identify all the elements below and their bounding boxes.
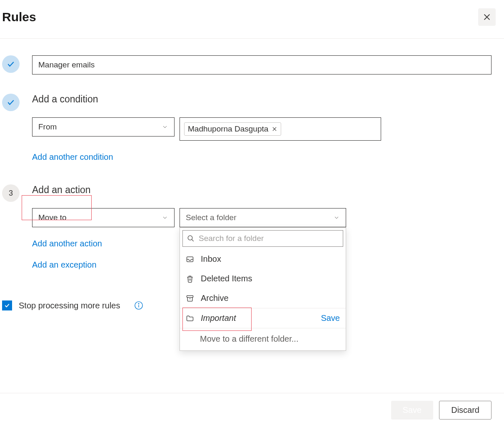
folder-select-dropdown[interactable]: Select a folder <box>180 208 346 227</box>
search-icon <box>187 235 195 242</box>
discard-button[interactable]: Discard <box>439 401 492 420</box>
close-icon <box>272 126 277 132</box>
archive-icon <box>186 294 194 303</box>
save-button[interactable]: Save <box>391 401 434 420</box>
check-icon <box>4 302 10 309</box>
step-action: 3 Add an action Move to Select a folder <box>2 184 492 273</box>
folder-icon <box>186 314 194 323</box>
rule-name-input[interactable] <box>32 55 492 74</box>
chevron-down-icon <box>333 214 340 221</box>
folder-option-important[interactable]: Important Save <box>180 308 346 328</box>
svg-point-11 <box>139 303 139 304</box>
chip-remove-button[interactable] <box>272 126 277 132</box>
step-rule-name <box>2 55 492 74</box>
dialog-footer: Save Discard <box>0 393 504 427</box>
action-type-value: Move to <box>38 213 67 222</box>
step3-badge: 3 <box>2 184 20 202</box>
inbox-icon <box>186 255 194 263</box>
folder-placeholder: Select a folder <box>186 213 236 222</box>
folder-label: Inbox <box>201 254 340 264</box>
trash-icon <box>186 275 194 283</box>
folder-option-deleted[interactable]: Deleted Items <box>180 269 346 288</box>
action-section-label: Add an action <box>32 184 492 196</box>
folder-search-box[interactable] <box>182 230 343 247</box>
folder-label: Deleted Items <box>201 274 340 283</box>
move-different-folder-link[interactable]: Move to a different folder... <box>180 328 346 350</box>
check-icon <box>7 98 15 107</box>
stop-processing-checkbox[interactable] <box>2 300 12 310</box>
step1-badge <box>2 55 20 73</box>
stop-processing-label: Stop processing more rules <box>19 301 120 310</box>
condition-value-field[interactable]: Madhuporna Dasgupta <box>180 117 381 141</box>
check-icon <box>7 60 15 68</box>
step-condition: Add a condition From Madhuporna Dasgupta <box>2 94 492 165</box>
close-button[interactable] <box>478 8 496 26</box>
chevron-down-icon <box>162 214 168 221</box>
add-another-condition-link[interactable]: Add another condition <box>32 152 492 162</box>
info-icon <box>134 301 143 310</box>
folder-option-archive[interactable]: Archive <box>180 288 346 308</box>
folder-search-input[interactable] <box>199 234 339 243</box>
svg-rect-7 <box>187 295 193 297</box>
save-folder-button[interactable]: Save <box>321 313 340 323</box>
condition-section-label: Add a condition <box>32 94 492 105</box>
condition-type-value: From <box>38 122 57 132</box>
svg-line-5 <box>192 239 194 241</box>
folder-dropdown-panel: Inbox Deleted Items <box>180 227 346 351</box>
condition-type-dropdown[interactable]: From <box>32 117 175 137</box>
chip-label: Madhuporna Dasgupta <box>188 124 268 134</box>
dialog-content: Add a condition From Madhuporna Dasgupta <box>0 39 504 319</box>
page-title: Rules <box>2 10 36 24</box>
step2-badge <box>2 94 20 111</box>
person-chip: Madhuporna Dasgupta <box>184 122 281 136</box>
info-button[interactable] <box>134 301 143 310</box>
dialog-header: Rules <box>0 0 504 39</box>
chevron-down-icon <box>162 124 168 130</box>
close-icon <box>482 12 492 22</box>
folder-option-inbox[interactable]: Inbox <box>180 249 346 269</box>
folder-label: Important <box>201 313 314 323</box>
folder-label: Archive <box>201 293 340 303</box>
svg-point-4 <box>188 236 192 240</box>
action-type-dropdown[interactable]: Move to <box>32 208 175 227</box>
